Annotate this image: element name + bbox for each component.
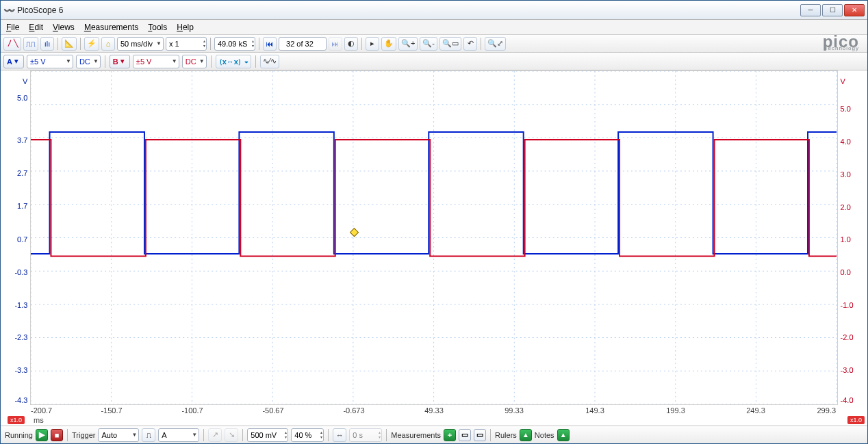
trigger-threshold-spin[interactable]: 500 mV ▴▾ bbox=[247, 428, 288, 442]
toolbar-sep bbox=[361, 38, 362, 50]
rulers-toggle-button[interactable]: ▲ bbox=[520, 429, 532, 441]
channel-A-coupling-value: DC bbox=[79, 57, 90, 66]
timebase-combo[interactable]: 50 ms/div ▼ bbox=[117, 37, 164, 51]
buffer-next-icon[interactable]: ⏭ bbox=[329, 37, 342, 51]
left-tick: -0.3 bbox=[14, 268, 27, 276]
menu-views[interactable]: Views bbox=[53, 23, 75, 32]
delay-spin[interactable]: 0 s ▴▾ bbox=[349, 428, 382, 442]
pretrigger-spin[interactable]: 40 % ▴▾ bbox=[291, 428, 324, 442]
chevron-down-icon: ▼ bbox=[199, 58, 205, 64]
spinner-arrows[interactable]: ▴▾ bbox=[285, 430, 287, 440]
trigger-edge-icon[interactable]: ⎍ bbox=[142, 428, 155, 442]
math-channel-icon[interactable]: ∿⁄∿ bbox=[260, 55, 279, 68]
maximize-button[interactable]: ☐ bbox=[822, 4, 843, 16]
view-persist-icon[interactable]: ⎍⎍ bbox=[23, 37, 38, 51]
pointer-icon[interactable]: ▸ bbox=[366, 37, 379, 51]
buffer-overview-icon[interactable]: ◐ bbox=[344, 37, 358, 51]
delete-measurement-button[interactable]: ▭ bbox=[474, 429, 486, 441]
svg-marker-22 bbox=[350, 228, 359, 237]
add-measurement-button[interactable]: ＋ bbox=[444, 429, 456, 441]
menu-file[interactable]: File bbox=[6, 23, 19, 32]
menu-help[interactable]: Help bbox=[177, 23, 194, 32]
buffer-value: 32 of 32 bbox=[282, 40, 318, 48]
zoom-spin[interactable]: x 1 ▴▾ bbox=[166, 37, 207, 51]
notes-toggle-button[interactable]: ▲ bbox=[557, 429, 570, 441]
channel-B-coupling[interactable]: DC ▼ bbox=[182, 55, 207, 68]
edit-measurement-button[interactable]: ▭ bbox=[459, 429, 471, 441]
window-controls: ─ ☐ ✕ bbox=[800, 4, 865, 16]
zoomin-icon[interactable]: 🔍+ bbox=[398, 37, 418, 51]
trigger-falling-icon[interactable]: ↘ bbox=[225, 428, 238, 442]
plot-canvas[interactable] bbox=[30, 70, 837, 405]
spinner-arrows[interactable]: ▴▾ bbox=[203, 39, 205, 49]
buffer-spin[interactable]: 32 of 32 bbox=[279, 37, 327, 51]
channel-A-marker[interactable] bbox=[0, 70, 1, 76]
samples-spin[interactable]: 49.09 kS ▴▾ bbox=[214, 37, 255, 51]
channel-A-label: A bbox=[7, 57, 12, 66]
spinner-arrows[interactable]: ▴▾ bbox=[252, 39, 254, 49]
menu-tools[interactable]: Tools bbox=[148, 23, 167, 32]
full-zoomout-icon[interactable]: 🔍⤢ bbox=[485, 37, 506, 51]
start-button[interactable]: ▶ bbox=[36, 429, 48, 441]
left-tick: -4.3 bbox=[14, 396, 27, 404]
trigger-source-combo[interactable]: A ▼ bbox=[158, 428, 199, 442]
chevron-down-icon: ▼ bbox=[192, 432, 197, 438]
chevron-down-icon: ▼ bbox=[93, 58, 99, 64]
x-axis-unit: ms bbox=[34, 416, 44, 424]
trigger-mode-combo[interactable]: Auto ▼ bbox=[98, 428, 139, 442]
menubar: File Edit Views Measurements Tools Help bbox=[1, 20, 867, 35]
view-spectrum-icon[interactable]: ılı bbox=[40, 37, 54, 51]
stop-button[interactable]: ■ bbox=[51, 429, 63, 441]
channel-B-button[interactable]: B ▾ bbox=[110, 55, 130, 68]
timebase-value: 50 ms/div bbox=[120, 40, 153, 48]
left-tick: 0.7 bbox=[17, 235, 27, 244]
spinner-arrows[interactable]: ▴▾ bbox=[379, 430, 381, 440]
samples-value: 49.09 kS bbox=[218, 40, 249, 48]
notes-label: Notes bbox=[535, 431, 554, 439]
view-scope-icon[interactable]: 〳╲ bbox=[3, 37, 21, 51]
left-y-axis: V 5.0 3.7 2.7 1.7 0.7 -0.3 -1.3 -2.3 -3.… bbox=[1, 70, 30, 405]
zoomrect-icon[interactable]: 🔍▭ bbox=[439, 37, 461, 51]
xzoom-left-badge[interactable]: x1.0 bbox=[8, 416, 25, 424]
left-tick: -1.3 bbox=[14, 301, 27, 309]
xaxis-options-icon[interactable]: ⟮x↔x⟯ ▾ bbox=[216, 55, 251, 68]
branding-sub: Technology bbox=[823, 45, 859, 51]
x-tick: -50.67 bbox=[262, 406, 283, 415]
xzoom-right-badge[interactable]: x1.0 bbox=[847, 416, 865, 424]
toolbar-sep bbox=[203, 429, 204, 441]
close-button[interactable]: ✕ bbox=[844, 4, 865, 16]
left-tick: 2.7 bbox=[17, 169, 27, 177]
autosetup-icon[interactable]: ⚡ bbox=[84, 37, 99, 51]
channel-A-range[interactable]: ±5 V ▼ bbox=[27, 55, 73, 68]
x-tick: 199.3 bbox=[666, 406, 685, 415]
trigger-threshold: 500 mV bbox=[251, 431, 282, 439]
minimize-button[interactable]: ─ bbox=[800, 4, 821, 16]
channel-A-button[interactable]: A ▾ bbox=[3, 55, 24, 68]
toolbar-sep bbox=[490, 429, 491, 441]
menu-measurements[interactable]: Measurements bbox=[84, 23, 138, 32]
trigger-rising-icon[interactable]: ↗ bbox=[208, 428, 222, 442]
measurements-label: Measurements bbox=[391, 431, 441, 439]
channel-B-range[interactable]: ±5 V ▼ bbox=[133, 55, 179, 68]
hand-icon[interactable]: ✋ bbox=[381, 37, 396, 51]
window-title: PicoScope 6 bbox=[17, 5, 63, 15]
toolbar-sep bbox=[211, 55, 212, 68]
bottombar: Running ▶ ■ Trigger Auto ▼ ⎍ A ▼ ↗ ↘ 500… bbox=[1, 426, 867, 443]
toolbar-sep bbox=[80, 38, 81, 50]
app-icon: 〰️ bbox=[3, 5, 14, 16]
buffer-first-icon[interactable]: ⏮ bbox=[263, 37, 277, 51]
right-tick: 2.0 bbox=[841, 203, 851, 211]
x-tick: -100.7 bbox=[181, 406, 203, 415]
undo-zoom-icon[interactable]: ↶ bbox=[463, 37, 477, 51]
menu-edit[interactable]: Edit bbox=[29, 23, 43, 32]
home-icon[interactable]: ⌂ bbox=[101, 37, 115, 51]
trigger-mode-value: Auto bbox=[101, 431, 129, 439]
channel-A-coupling[interactable]: DC ▼ bbox=[76, 55, 101, 68]
pretrigger-arrow-icon[interactable]: ↔ bbox=[333, 428, 346, 442]
zoomout-icon[interactable]: 🔍- bbox=[420, 37, 437, 51]
left-tick: 1.7 bbox=[17, 202, 27, 210]
spinner-arrows[interactable]: ▴▾ bbox=[320, 430, 322, 440]
right-y-axis: V 5.0 4.0 3.0 2.0 1.0 0.0 -1.0 -2.0 -3.0… bbox=[838, 70, 867, 405]
toolbar-sep bbox=[386, 429, 387, 441]
autoscale-icon[interactable]: 📐 bbox=[62, 37, 77, 51]
